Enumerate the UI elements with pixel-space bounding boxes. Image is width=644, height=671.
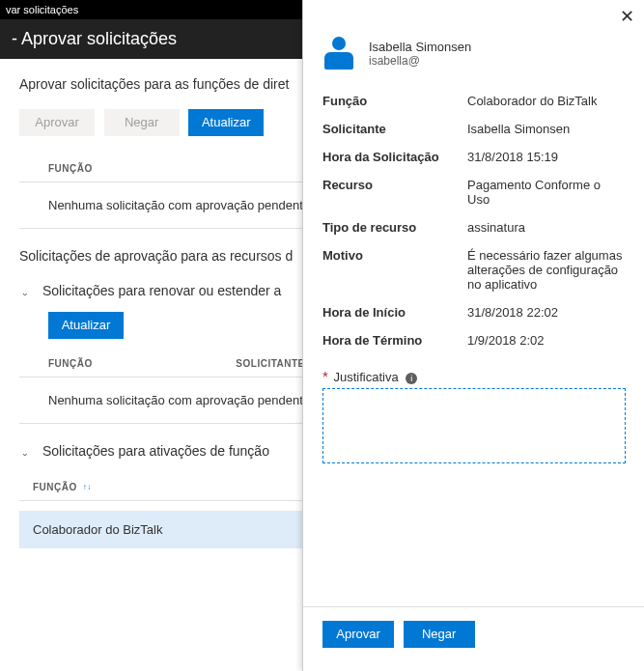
- sort-icon: ↑↓: [83, 483, 92, 491]
- details-panel: ✕ Isabella Simonsen isabella@ FunçãoCola…: [302, 0, 644, 671]
- close-icon[interactable]: ✕: [620, 6, 634, 27]
- page-title: - Aprovar solicitações: [12, 29, 177, 48]
- chevron-up-icon: ⌃: [19, 447, 29, 458]
- justification-input[interactable]: [322, 388, 626, 463]
- approve-button-disabled: Aprovar: [19, 109, 95, 136]
- label-end-time: Hora de Término: [322, 333, 467, 348]
- deny-button-disabled: Negar: [104, 109, 180, 136]
- refresh-button-renew[interactable]: Atualizar: [48, 312, 124, 339]
- refresh-button[interactable]: Atualizar: [188, 109, 264, 136]
- deny-button[interactable]: Negar: [404, 621, 475, 648]
- info-icon[interactable]: i: [406, 373, 417, 384]
- col-role[interactable]: FUNÇÃO: [48, 358, 236, 369]
- cell-role: Colaborador do BizTalk: [33, 522, 322, 537]
- section-activate-title: Solicitações para ativações de função: [42, 443, 269, 459]
- value-requestor: Isabella Simonsen: [467, 122, 625, 136]
- value-request-time: 31/8/2018 15:19: [467, 150, 625, 164]
- required-star-icon: *: [322, 368, 328, 384]
- value-end-time: 1/9/2018 2:02: [467, 333, 625, 348]
- label-resource: Recurso: [322, 178, 467, 207]
- value-role: Colaborador do BizTalk: [467, 94, 625, 108]
- label-resource-type: Tipo de recurso: [322, 220, 467, 235]
- value-reason: É necessário fazer algumas alterações de…: [467, 248, 625, 292]
- user-name: Isabella Simonsen: [369, 40, 471, 54]
- justification-label: * Justificativa i: [322, 354, 625, 388]
- value-resource: Pagamento Conforme o Uso: [467, 178, 625, 207]
- breadcrumb-text: var solicitações: [6, 4, 78, 15]
- value-start-time: 31/8/2018 22:02: [467, 305, 625, 320]
- approve-button[interactable]: Aprovar: [322, 621, 394, 648]
- label-requestor: Solicitante: [322, 122, 467, 136]
- col-role[interactable]: FUNÇÃO ↑↓: [33, 482, 322, 492]
- section-renew-title: Solicitações para renovar ou estender a: [42, 283, 281, 298]
- user-email: isabella@: [369, 54, 471, 68]
- panel-footer: Aprovar Negar: [303, 606, 644, 671]
- avatar-icon: [322, 37, 355, 70]
- label-reason: Motivo: [322, 248, 467, 292]
- value-resource-type: assinatura: [467, 220, 625, 235]
- label-role: Função: [322, 94, 467, 108]
- label-request-time: Hora da Solicitação: [322, 150, 467, 164]
- chevron-up-icon: ⌃: [19, 287, 29, 297]
- label-start-time: Hora de Início: [322, 305, 467, 320]
